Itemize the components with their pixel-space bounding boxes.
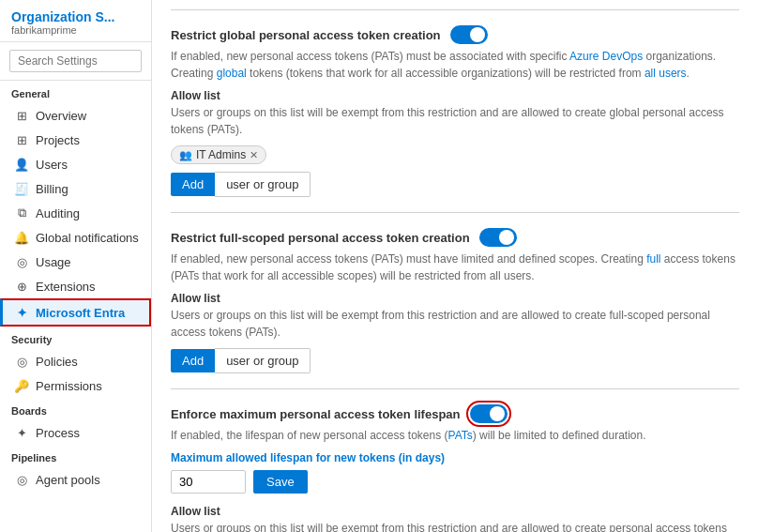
enforce-max-lifespan-header: Enforce maximum personal access token li…	[171, 404, 739, 423]
main-content: Restrict global personal access token cr…	[152, 0, 758, 532]
sidebar-item-policies[interactable]: ◎ Policies	[0, 349, 151, 373]
sidebar-item-microsoft-entra[interactable]: ✦ Microsoft Entra	[0, 298, 151, 327]
sidebar-item-permissions[interactable]: 🔑 Permissions	[0, 373, 151, 398]
restrict-global-pat-block: Restrict global personal access token cr…	[171, 25, 739, 197]
sidebar-item-usage[interactable]: ◎ Usage	[0, 250, 151, 274]
sidebar-item-global-notifications[interactable]: 🔔 Global notifications	[0, 225, 151, 250]
restrict-full-scoped-pat-title: Restrict full-scoped personal access tok…	[171, 231, 470, 245]
save-button[interactable]: Save	[253, 470, 308, 494]
microsoft-entra-icon: ✦	[14, 305, 29, 320]
user-or-group-button-2[interactable]: user or group	[215, 348, 311, 373]
search-input[interactable]	[9, 50, 142, 72]
usage-icon: ◎	[14, 254, 29, 269]
billing-icon: 🧾	[14, 181, 29, 196]
toggle-track-2	[479, 228, 517, 247]
tag-label: IT Admins	[196, 148, 246, 161]
sidebar-item-projects[interactable]: ⊞ Projects	[0, 128, 151, 152]
sidebar-item-label: Auditing	[36, 206, 80, 220]
agent-pools-icon: ◎	[14, 472, 29, 487]
sidebar: Organization S... fabrikamprime General …	[0, 0, 152, 532]
allow-list-desc-3: Users or groups on this list will be exe…	[171, 520, 739, 532]
auditing-icon: ⧉	[14, 205, 29, 220]
tag-group-icon: 👥	[179, 149, 192, 161]
allow-list-label-3: Allow list	[171, 505, 739, 518]
section-label-general: General	[0, 81, 151, 103]
restrict-full-scoped-pat-block: Restrict full-scoped personal access tok…	[171, 228, 739, 373]
enforce-max-lifespan-desc: If enabled, the lifespan of new personal…	[171, 427, 739, 444]
sidebar-item-extensions[interactable]: ⊕ Extensions	[0, 274, 151, 298]
max-lifespan-label: Maximum allowed lifespan for new tokens …	[171, 451, 739, 464]
restrict-full-scoped-pat-header: Restrict full-scoped personal access tok…	[171, 228, 739, 247]
users-icon: 👤	[14, 157, 29, 172]
toggle-thumb	[470, 27, 485, 42]
sidebar-item-label: Global notifications	[36, 231, 139, 245]
policies-icon: ◎	[14, 354, 29, 369]
sidebar-item-label: Billing	[36, 182, 68, 196]
sidebar-item-label: Users	[36, 158, 68, 172]
add-user-group-btn-1: Add user or group	[171, 172, 739, 197]
extensions-icon: ⊕	[14, 279, 29, 294]
restrict-full-scoped-pat-desc: If enabled, new personal access tokens (…	[171, 251, 739, 284]
sidebar-org-header: Organization S... fabrikamprime	[0, 0, 151, 42]
org-sub: fabrikamprime	[11, 24, 140, 36]
tag-it-admins: 👥 IT Admins ✕	[171, 145, 266, 164]
sidebar-item-label: Microsoft Entra	[36, 306, 125, 320]
allow-list-label-2: Allow list	[171, 292, 739, 305]
allow-list-desc-2: Users or groups on this list will be exe…	[171, 307, 739, 341]
divider-2	[171, 388, 739, 389]
section-label-boards: Boards	[0, 398, 151, 420]
allow-list-desc-1: Users or groups on this list will be exe…	[171, 104, 739, 138]
max-lifespan-input-row: Save	[171, 470, 739, 494]
restrict-global-pat-title: Restrict global personal access token cr…	[171, 28, 441, 42]
sidebar-item-auditing[interactable]: ⧉ Auditing	[0, 201, 151, 225]
sidebar-item-billing[interactable]: 🧾 Billing	[0, 176, 151, 201]
sidebar-item-label: Permissions	[36, 379, 102, 393]
enforce-max-lifespan-block: Enforce maximum personal access token li…	[171, 404, 739, 532]
max-lifespan-input[interactable]	[171, 470, 246, 494]
toggle-track	[450, 25, 488, 44]
tag-close-icon[interactable]: ✕	[250, 149, 258, 161]
process-icon: ✦	[14, 425, 29, 440]
enforce-max-lifespan-title: Enforce maximum personal access token li…	[171, 407, 461, 421]
enforce-max-lifespan-toggle[interactable]	[470, 404, 508, 423]
toggle-thumb-2	[499, 230, 514, 245]
divider-1	[171, 212, 739, 213]
section-label-pipelines: Pipelines	[0, 445, 151, 467]
user-or-group-button-1[interactable]: user or group	[215, 172, 311, 197]
sidebar-item-users[interactable]: 👤 Users	[0, 152, 151, 176]
global-notifications-icon: 🔔	[14, 230, 29, 245]
overview-icon: ⊞	[14, 108, 29, 123]
restrict-full-scoped-pat-toggle[interactable]	[479, 228, 517, 247]
sidebar-search-container	[0, 42, 151, 81]
toggle-track-3	[470, 404, 508, 423]
sidebar-item-label: Usage	[36, 255, 71, 269]
projects-icon: ⊞	[14, 132, 29, 147]
restrict-global-pat-header: Restrict global personal access token cr…	[171, 25, 739, 44]
tag-container-1: 👥 IT Admins ✕	[171, 145, 739, 164]
section-label-security: Security	[0, 327, 151, 349]
permissions-icon: 🔑	[14, 378, 29, 393]
allow-list-label-1: Allow list	[171, 89, 739, 102]
sidebar-item-label: Process	[36, 426, 80, 440]
sidebar-item-overview[interactable]: ⊞ Overview	[0, 103, 151, 128]
org-name: Organization S...	[11, 9, 140, 24]
sidebar-item-agent-pools[interactable]: ◎ Agent pools	[0, 467, 151, 492]
add-button-1[interactable]: Add	[171, 173, 215, 196]
sidebar-item-label: Policies	[36, 355, 78, 369]
restrict-global-pat-desc: If enabled, new personal access tokens (…	[171, 48, 739, 82]
add-user-group-btn-2: Add user or group	[171, 348, 739, 373]
sidebar-item-label: Agent pools	[36, 473, 100, 487]
restrict-global-pat-toggle[interactable]	[450, 25, 488, 44]
add-button-2[interactable]: Add	[171, 349, 215, 372]
sidebar-item-label: Extensions	[36, 280, 96, 294]
sidebar-item-label: Overview	[36, 109, 86, 123]
sidebar-item-label: Projects	[36, 133, 80, 147]
sidebar-item-process[interactable]: ✦ Process	[0, 420, 151, 445]
toggle-thumb-3	[490, 406, 505, 421]
top-divider	[171, 9, 739, 10]
